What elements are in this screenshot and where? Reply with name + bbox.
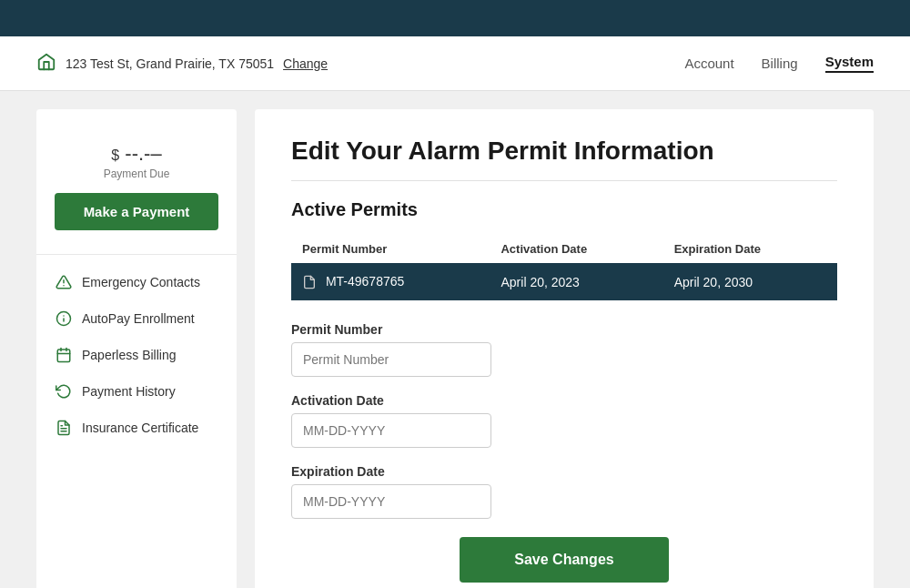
page-title: Edit Your Alarm Permit Information <box>291 137 837 181</box>
expiration-date-label: Expiration Date <box>291 464 837 479</box>
activation-date-input[interactable] <box>291 413 491 448</box>
doc-icon <box>302 275 317 289</box>
top-bar <box>0 0 910 36</box>
payment-amount-value: --.-– <box>125 142 161 165</box>
nav-address: 123 Test St, Grand Prairie, TX 75051 <box>66 56 274 71</box>
nav-left: 123 Test St, Grand Prairie, TX 75051 Cha… <box>36 52 328 76</box>
sidebar: $ --.-– Payment Due Make a Payment Emerg… <box>36 109 237 588</box>
dollar-sign: $ <box>111 147 119 163</box>
home-icon <box>36 52 56 76</box>
info-icon <box>55 309 73 328</box>
save-changes-button[interactable]: Save Changes <box>460 537 668 583</box>
payment-due-label: Payment Due <box>55 167 218 180</box>
section-title: Active Permits <box>291 199 837 220</box>
sidebar-item-paperless[interactable]: Paperless Billing <box>36 337 237 373</box>
expiration-date-group: Expiration Date <box>291 464 837 519</box>
warning-icon <box>55 273 73 291</box>
main-layout: $ --.-– Payment Due Make a Payment Emerg… <box>0 91 910 588</box>
sidebar-item-label: Paperless Billing <box>82 348 177 362</box>
sidebar-item-label: Emergency Contacts <box>82 275 200 289</box>
col-header-permit-number: Permit Number <box>291 235 490 263</box>
col-header-expiration-date: Expiration Date <box>663 235 837 263</box>
sidebar-item-label: Insurance Certificate <box>82 421 198 435</box>
sidebar-item-insurance[interactable]: Insurance Certificate <box>36 410 237 446</box>
certificate-icon <box>55 419 73 437</box>
nav-right: Account Billing System <box>684 54 874 73</box>
permit-number-input[interactable] <box>291 342 491 377</box>
sidebar-item-emergency-contacts[interactable]: Emergency Contacts <box>36 264 237 300</box>
history-icon <box>55 382 73 400</box>
payment-amount: $ --.-– <box>55 142 218 166</box>
permit-number-cell: MT-49678765 <box>291 263 490 300</box>
calendar-icon <box>55 346 73 364</box>
svg-rect-5 <box>57 350 70 362</box>
activation-date-label: Activation Date <box>291 393 837 408</box>
expiration-date-cell: April 20, 2030 <box>663 263 837 300</box>
permit-number-group: Permit Number <box>291 322 837 377</box>
col-header-activation-date: Activation Date <box>490 235 662 263</box>
content-area: Edit Your Alarm Permit Information Activ… <box>255 109 874 588</box>
nav-system-link[interactable]: System <box>825 54 874 73</box>
sidebar-item-label: AutoPay Enrollment <box>82 311 195 326</box>
sidebar-item-payment-history[interactable]: Payment History <box>36 373 237 410</box>
table-row: MT-49678765 April 20, 2023 April 20, 203… <box>291 263 837 300</box>
sidebar-item-label: Payment History <box>82 384 176 399</box>
payment-section: $ --.-– Payment Due Make a Payment <box>36 127 237 245</box>
nav-change-link[interactable]: Change <box>283 56 328 71</box>
permit-number-value: MT-49678765 <box>326 274 404 289</box>
activation-date-cell: April 20, 2023 <box>490 263 662 300</box>
permit-number-label: Permit Number <box>291 322 837 337</box>
sidebar-item-autopay[interactable]: AutoPay Enrollment <box>36 300 237 337</box>
permits-table: Permit Number Activation Date Expiration… <box>291 235 837 300</box>
nav-account-link[interactable]: Account <box>684 56 733 71</box>
expiration-date-input[interactable] <box>291 484 491 519</box>
activation-date-group: Activation Date <box>291 393 837 448</box>
sidebar-divider <box>36 254 237 255</box>
make-payment-button[interactable]: Make a Payment <box>55 193 218 230</box>
nav-billing-link[interactable]: Billing <box>762 56 798 71</box>
nav-bar: 123 Test St, Grand Prairie, TX 75051 Cha… <box>0 36 910 91</box>
